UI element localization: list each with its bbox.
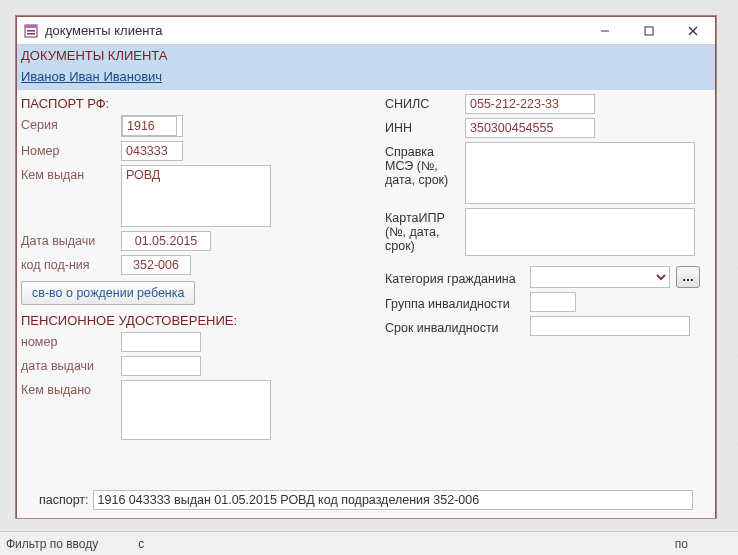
label-inn: ИНН bbox=[385, 118, 465, 135]
karta-ipr-input[interactable] bbox=[465, 208, 695, 256]
maximize-button[interactable] bbox=[627, 17, 671, 45]
label-spravka-mse: Справка МСЭ (№, дата, срок) bbox=[385, 142, 465, 187]
form-window: документы клиента ДОКУМЕНТЫ КЛИЕНТА Иван… bbox=[16, 16, 716, 518]
status-s-input[interactable] bbox=[148, 537, 188, 551]
pension-nomer-input[interactable] bbox=[121, 332, 201, 352]
minimize-button[interactable] bbox=[583, 17, 627, 45]
kod-podr-input[interactable] bbox=[121, 255, 191, 275]
kategoria-select[interactable] bbox=[530, 266, 670, 288]
titlebar: документы клиента bbox=[17, 17, 715, 45]
svg-rect-5 bbox=[645, 27, 653, 35]
label-seria: Серия bbox=[21, 115, 121, 132]
inn-input[interactable] bbox=[465, 118, 595, 138]
right-column: СНИЛС ИНН Справка МСЭ (№, дата, срок) Ка… bbox=[385, 94, 711, 444]
label-kod-podr: код под-ния bbox=[21, 255, 121, 272]
window-title: документы клиента bbox=[45, 23, 583, 38]
label-passport-summary: паспорт: bbox=[39, 493, 89, 507]
label-srok-inv: Срок инвалидности bbox=[385, 318, 530, 335]
gruppa-inv-input[interactable] bbox=[530, 292, 576, 312]
form-header-title: ДОКУМЕНТЫ КЛИЕНТА bbox=[17, 45, 715, 66]
snils-input[interactable] bbox=[465, 94, 595, 114]
spravka-mse-input[interactable] bbox=[465, 142, 695, 204]
seria-input[interactable] bbox=[122, 116, 177, 136]
svg-rect-1 bbox=[25, 25, 37, 28]
close-button[interactable] bbox=[671, 17, 715, 45]
passport-section-title: ПАСПОРТ РФ: bbox=[21, 96, 361, 111]
label-nomer: Номер bbox=[21, 141, 121, 158]
svg-rect-3 bbox=[27, 33, 35, 35]
left-column: ПАСПОРТ РФ: Серия Номер Кем выдан Дата в… bbox=[21, 94, 361, 444]
pension-data-input[interactable] bbox=[121, 356, 201, 376]
srok-inv-input[interactable] bbox=[530, 316, 690, 336]
label-kategoria: Категория гражданина bbox=[385, 269, 530, 286]
status-po-label: по bbox=[675, 537, 688, 551]
label-pension-data: дата выдачи bbox=[21, 356, 121, 373]
nomer-input[interactable] bbox=[121, 141, 183, 161]
label-karta-ipr: КартаИПР (№, дата, срок) bbox=[385, 208, 465, 253]
status-po-input[interactable] bbox=[692, 537, 732, 551]
label-pension-nomer: номер bbox=[21, 332, 121, 349]
data-vydachi-input[interactable] bbox=[121, 231, 211, 251]
client-name-link[interactable]: Иванов Иван Иванович bbox=[17, 66, 166, 90]
status-bar: Фильтр по вводу с по bbox=[0, 531, 738, 555]
label-snils: СНИЛС bbox=[385, 94, 465, 111]
label-gruppa-inv: Группа инвалидности bbox=[385, 294, 530, 311]
birth-certificate-button[interactable]: св-во о рождении ребенка bbox=[21, 281, 195, 305]
pension-section-title: ПЕНСИОННОЕ УДОСТОВЕРЕНИЕ: bbox=[21, 313, 361, 328]
label-kem-vydan: Кем выдан bbox=[21, 165, 121, 182]
status-filter-label: Фильтр по вводу bbox=[6, 537, 98, 551]
form-header: ДОКУМЕНТЫ КЛИЕНТА Иванов Иван Иванович bbox=[17, 45, 715, 90]
status-s-label: с bbox=[138, 537, 144, 551]
form-icon bbox=[23, 23, 39, 39]
pension-kem-input[interactable] bbox=[121, 380, 271, 440]
kategoria-lookup-button[interactable]: … bbox=[676, 266, 700, 288]
passport-summary-row: паспорт: bbox=[39, 490, 693, 510]
label-pension-kem: Кем выдано bbox=[21, 380, 121, 397]
kem-vydan-input[interactable] bbox=[121, 165, 271, 227]
svg-rect-2 bbox=[27, 30, 35, 32]
passport-summary-input[interactable] bbox=[93, 490, 693, 510]
label-data-vydachi: Дата выдачи bbox=[21, 231, 121, 248]
